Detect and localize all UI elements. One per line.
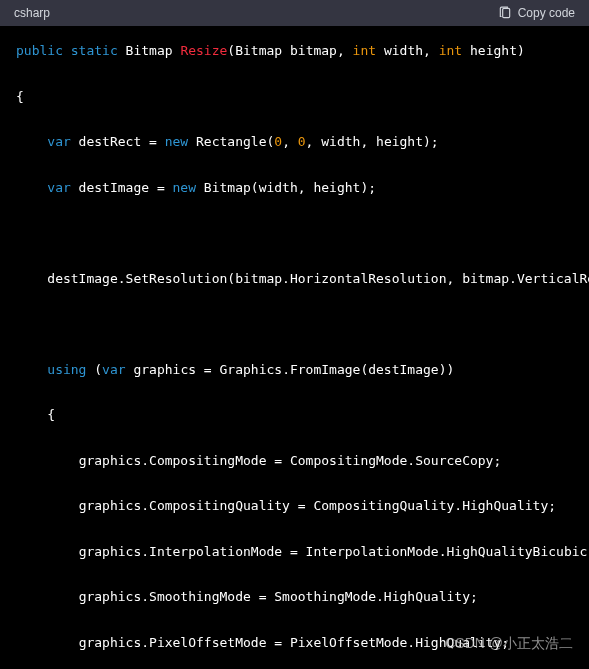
code-header: csharp Copy code xyxy=(0,0,589,26)
blank xyxy=(16,222,573,245)
keyword: int xyxy=(439,43,462,58)
code-text: (Bitmap bitmap, xyxy=(227,43,352,58)
keyword: public xyxy=(16,43,63,58)
type: Bitmap xyxy=(126,43,181,58)
code-text: destImage = xyxy=(71,180,173,195)
code-text: graphics.InterpolationMode = Interpolati… xyxy=(79,544,589,559)
keyword: var xyxy=(47,180,70,195)
code-text: Bitmap(width, height); xyxy=(196,180,376,195)
keyword: var xyxy=(102,362,125,377)
code-text: , width, height); xyxy=(306,134,439,149)
code-text: graphics.SmoothingMode = SmoothingMode.H… xyxy=(79,589,478,604)
code-text: Rectangle( xyxy=(188,134,274,149)
code-block: public static Bitmap Resize(Bitmap bitma… xyxy=(0,26,589,669)
code-text: height) xyxy=(462,43,525,58)
brace: { xyxy=(16,86,573,109)
number: 0 xyxy=(274,134,282,149)
code-text: , xyxy=(282,134,298,149)
brace: { xyxy=(47,407,55,422)
svg-rect-0 xyxy=(502,8,509,17)
function-name: Resize xyxy=(180,43,227,58)
copy-code-label: Copy code xyxy=(518,6,575,20)
code-text: ( xyxy=(86,362,102,377)
language-label: csharp xyxy=(14,6,50,20)
code-text: graphics.CompositingQuality = Compositin… xyxy=(79,498,556,513)
code-text: graphics = Graphics.FromImage(destImage)… xyxy=(126,362,455,377)
code-text: width, xyxy=(376,43,439,58)
number: 0 xyxy=(298,134,306,149)
keyword: var xyxy=(47,134,70,149)
keyword: new xyxy=(165,134,188,149)
code-text: graphics.CompositingMode = CompositingMo… xyxy=(79,453,502,468)
keyword: static xyxy=(71,43,118,58)
copy-code-button[interactable]: Copy code xyxy=(498,6,575,20)
keyword: new xyxy=(173,180,196,195)
code-text: destImage.SetResolution(bitmap.Horizonta… xyxy=(47,271,589,286)
watermark: CSDN @小正太浩二 xyxy=(445,635,573,653)
keyword: int xyxy=(353,43,376,58)
keyword: using xyxy=(47,362,86,377)
code-text: destRect = xyxy=(71,134,165,149)
clipboard-icon xyxy=(498,6,512,20)
blank xyxy=(16,313,573,336)
